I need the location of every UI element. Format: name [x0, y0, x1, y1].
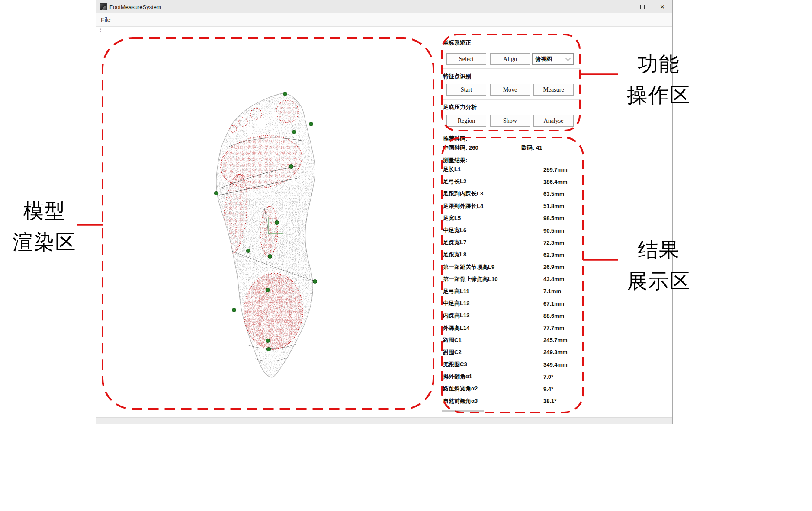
section-divider: [442, 99, 580, 100]
status-bar: [96, 417, 672, 424]
section-title-pressure: 足底压力分析: [443, 103, 477, 111]
measure-label: 中足宽L6: [443, 227, 466, 234]
view-dropdown-value: 俯视图: [535, 55, 552, 63]
measure-value: 7.0°: [543, 374, 553, 380]
panel-separator: [440, 27, 440, 417]
measure-label: 跖围C1: [443, 336, 462, 344]
measure-row: 足弓长L2186.4mm: [443, 176, 578, 188]
measure-row: 足踝宽L772.3mm: [443, 236, 578, 249]
align-button[interactable]: Align: [490, 53, 530, 65]
window-controls: ✕: [613, 0, 672, 13]
measure-row: 足跟到内踝长L363.5mm: [443, 188, 578, 200]
menu-bar: File: [96, 13, 672, 27]
measure-row: 中足宽L690.5mm: [443, 224, 578, 236]
model-area-label: 模型 渲染区: [3, 195, 86, 258]
measure-value: 63.5mm: [543, 191, 564, 197]
function-area-label: 功能 操作区: [618, 48, 700, 111]
measure-label: 外踝高L14: [443, 324, 469, 332]
measure-value: 62.3mm: [543, 252, 564, 258]
minimize-icon: [620, 7, 625, 7]
measure-value: 90.5mm: [543, 227, 564, 234]
measure-value: 7.1mm: [543, 288, 561, 294]
analyse-button[interactable]: Analyse: [533, 115, 574, 127]
window-title: FootMeasureSystem: [109, 4, 161, 10]
region-button[interactable]: Region: [446, 115, 486, 127]
result-area-label-line2: 展示区: [618, 265, 700, 297]
measure-row: 自然前翘角α318.1°: [443, 395, 578, 407]
measure-row: 足长L1259.7mm: [443, 163, 578, 176]
foot-model-canvas[interactable]: [204, 82, 343, 393]
toolbar-gripper-icon: ⋮: [98, 27, 103, 32]
show-button[interactable]: Show: [490, 115, 530, 127]
measure-row: 内踝高L1388.6mm: [443, 310, 578, 322]
minimize-button[interactable]: [613, 0, 632, 13]
measure-label: 足跟到外踝长L4: [443, 202, 483, 210]
view-dropdown[interactable]: 俯视图: [532, 53, 574, 65]
cn-shoe-size: 中国鞋码: 260: [443, 144, 478, 152]
measure-value: 9.4°: [543, 386, 553, 392]
measure-row: 兜跟围C3349.4mm: [443, 358, 578, 370]
measure-label: 内踝高L13: [443, 312, 469, 319]
measure-value: 259.7mm: [543, 166, 568, 173]
measure-label: 兜跟围C3: [443, 361, 467, 368]
measure-label: 足跟到内踝长L3: [443, 190, 483, 198]
measure-label: 跖趾斜宽角α2: [443, 385, 478, 393]
measure-value: 72.3mm: [543, 240, 564, 246]
app-window: FootMeasureSystem ✕ File ⋮: [96, 0, 673, 424]
measure-value: 349.4mm: [543, 361, 568, 368]
menu-item-file[interactable]: File: [96, 16, 115, 23]
measure-label: 第一跖骨上缘点高L10: [443, 275, 497, 283]
measure-button[interactable]: Measure: [533, 84, 574, 96]
measure-label: 足弓高L11: [443, 287, 469, 295]
title-bar: FootMeasureSystem ✕: [96, 0, 672, 13]
measure-row: 跖趾斜宽角α29.4°: [443, 383, 578, 395]
maximize-button[interactable]: [632, 0, 652, 13]
move-button[interactable]: Move: [490, 84, 530, 96]
measure-row: 足跟到外踝长L451.8mm: [443, 200, 578, 212]
measure-value: 43.4mm: [543, 276, 564, 282]
measure-value: 245.7mm: [543, 337, 568, 343]
close-icon: ✕: [660, 4, 665, 10]
measure-label: 足踝宽L7: [443, 239, 466, 246]
function-area-label-line1: 功能: [618, 48, 700, 80]
measure-label: 自然前翘角α3: [443, 397, 478, 405]
measure-row: 第一跖骨上缘点高L1043.4mm: [443, 273, 578, 285]
measure-value: 51.8mm: [543, 203, 564, 209]
measure-row: 拇外翻角α17.0°: [443, 370, 578, 383]
measure-label: 足跟宽L8: [443, 251, 466, 259]
app-icon: [100, 3, 107, 10]
measure-row: 跖围C1245.7mm: [443, 334, 578, 346]
measure-label: 足长L1: [443, 166, 461, 173]
eu-shoe-size: 欧码: 41: [521, 144, 542, 152]
measure-label: 足宽L5: [443, 214, 461, 222]
measure-row: 足宽L598.5mm: [443, 212, 578, 224]
chevron-down-icon: [565, 56, 570, 61]
measure-value: 186.4mm: [543, 179, 568, 185]
select-button[interactable]: Select: [446, 53, 486, 65]
result-area-label: 结果 展示区: [618, 234, 700, 297]
measure-value: 77.7mm: [543, 325, 564, 331]
measure-label: 中足高L12: [443, 300, 469, 307]
close-button[interactable]: ✕: [652, 0, 672, 13]
measure-label: 跗围C2: [443, 348, 462, 356]
measure-label: 拇外翻角α1: [443, 373, 472, 380]
page: FootMeasureSystem ✕ File ⋮ 坐标系矫正 Select …: [0, 0, 812, 511]
model-area-label-line1: 模型: [3, 195, 86, 227]
measure-row: 第一跖趾关节顶高L926.9mm: [443, 261, 578, 273]
measure-row: 外踝高L1477.7mm: [443, 322, 578, 334]
measure-row: 足跟宽L862.3mm: [443, 249, 578, 261]
section-divider: [442, 131, 580, 131]
measure-label: 第一跖趾关节顶高L9: [443, 263, 494, 271]
section-title-coordinate: 坐标系矫正: [443, 39, 471, 47]
maximize-icon: [640, 5, 645, 9]
measure-label: 足弓长L2: [443, 178, 466, 185]
start-button[interactable]: Start: [446, 84, 486, 96]
results-scrollbar[interactable]: [442, 410, 484, 412]
measure-value: 18.1°: [543, 398, 557, 404]
measure-value: 98.5mm: [543, 215, 564, 221]
results-rows: 足长L1259.7mm足弓长L2186.4mm足跟到内踝长L363.5mm足跟到…: [443, 163, 578, 407]
measure-row: 足弓高L117.1mm: [443, 285, 578, 297]
measure-value: 26.9mm: [543, 264, 564, 270]
model-area-label-line2: 渲染区: [3, 227, 86, 258]
measure-row: 中足高L1267.1mm: [443, 297, 578, 310]
